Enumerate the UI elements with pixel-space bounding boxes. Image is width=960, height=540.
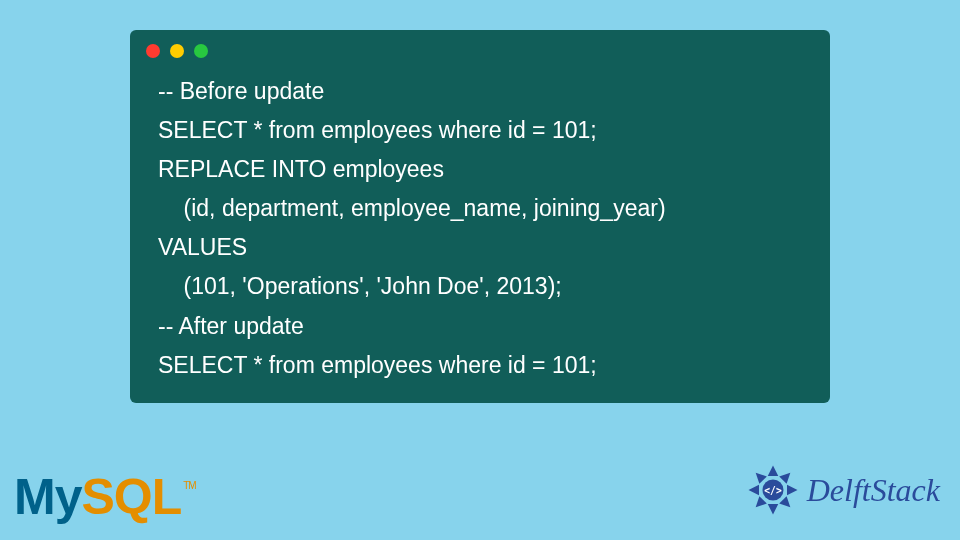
svg-marker-7 — [752, 469, 767, 484]
svg-marker-4 — [767, 504, 778, 515]
svg-marker-5 — [752, 496, 767, 511]
svg-marker-6 — [748, 485, 759, 496]
svg-marker-3 — [779, 496, 794, 511]
svg-text:</>: </> — [764, 485, 782, 496]
mysql-logo-tm: TM — [183, 480, 195, 491]
minimize-icon — [170, 44, 184, 58]
svg-marker-2 — [787, 485, 798, 496]
delftstack-logo: </> DelftStack — [745, 462, 940, 518]
maximize-icon — [194, 44, 208, 58]
svg-marker-1 — [779, 469, 794, 484]
svg-marker-0 — [767, 466, 778, 477]
mysql-logo-my: My — [14, 468, 81, 526]
code-window: -- Before update SELECT * from employees… — [130, 30, 830, 403]
delftstack-text: DelftStack — [807, 472, 940, 509]
code-block: -- Before update SELECT * from employees… — [130, 64, 830, 385]
mysql-logo-sql: SQL — [81, 468, 181, 526]
delftstack-icon: </> — [745, 462, 801, 518]
close-icon — [146, 44, 160, 58]
window-traffic-lights — [130, 30, 830, 64]
mysql-logo: My SQL TM — [14, 468, 196, 526]
